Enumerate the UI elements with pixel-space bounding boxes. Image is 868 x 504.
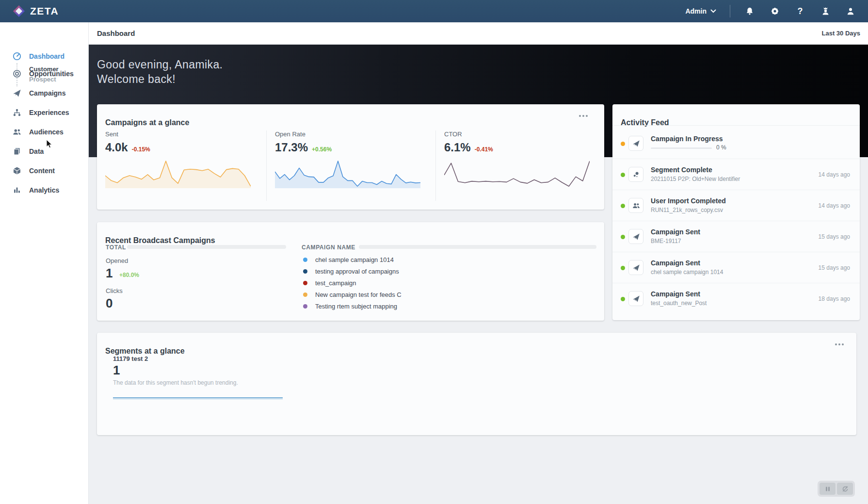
open-rate-sparkline-chart <box>275 159 420 188</box>
legend-dot <box>303 269 307 274</box>
profile-button[interactable] <box>845 5 856 17</box>
campaign-legend-item[interactable]: test_campaign <box>303 279 356 287</box>
activity-item[interactable]: Segment Complete 20211015 P2P: Old+New I… <box>612 159 860 190</box>
activity-item[interactable]: User Import Completed RUN11_21k_rows_cop… <box>612 190 860 221</box>
activity-item[interactable]: Campaign In Progress 0 % <box>612 128 860 159</box>
sidebar-item-data[interactable]: Data <box>0 145 89 158</box>
legend-dot <box>303 281 307 285</box>
sidebar-item-label: Audiences <box>29 128 64 136</box>
campaign-legend-item[interactable]: testing approval of campaigns <box>303 268 399 275</box>
target-icon <box>13 69 21 78</box>
sidebar: Dashboard Customer Prospect Opportunitie… <box>0 22 89 504</box>
activity-item[interactable]: Campaign Sent BME-19117 15 days ago <box>612 221 860 252</box>
legend-dot <box>303 293 307 297</box>
brand-name: ZETA <box>30 5 59 17</box>
sidebar-item-campaigns[interactable]: Campaigns <box>0 86 89 100</box>
status-dot <box>621 235 625 239</box>
segment-note: The data for this segment hasn't begun t… <box>113 379 238 386</box>
people-icon <box>13 128 21 136</box>
status-dot <box>621 266 625 270</box>
campaign-legend-item[interactable]: chel sample campaign 1014 <box>303 256 394 263</box>
card-title: Campaigns at a glance <box>105 118 189 127</box>
divider <box>612 125 860 126</box>
auto-refresh-off-button[interactable] <box>837 483 853 495</box>
admin-menu-label: Admin <box>685 7 707 15</box>
activity-item[interactable]: Campaign Sent chel sample campaign 1014 … <box>612 252 860 283</box>
stat-delta: -0.15% <box>132 146 150 153</box>
activity-title: Campaign Sent <box>651 228 700 236</box>
help-button[interactable]: ? <box>794 5 806 17</box>
documents-icon <box>13 147 21 156</box>
sidebar-item-experiences[interactable]: Experiences <box>0 106 89 119</box>
activity-item[interactable]: Campaign Sent test_oauth_new_Post 18 day… <box>612 283 860 314</box>
sidebar-item-analytics[interactable]: Analytics <box>0 183 89 197</box>
status-dot <box>621 204 625 208</box>
campaign-name: New campaign test for feeds C <box>315 291 402 298</box>
ctor-sparkline-chart <box>444 159 590 188</box>
people-icon <box>628 198 643 213</box>
top-navbar: ZETA Admin ? <box>0 0 868 22</box>
pause-button[interactable] <box>820 483 836 495</box>
sitemap-icon <box>13 108 21 117</box>
paper-plane-icon <box>628 136 643 151</box>
activity-title: Campaign Sent <box>651 290 700 298</box>
speedometer-icon <box>13 52 21 61</box>
notifications-button[interactable] <box>744 5 755 17</box>
activity-title: Campaign In Progress <box>651 135 723 143</box>
status-dot <box>621 173 625 177</box>
opened-label: Opened <box>106 257 128 264</box>
progress-label: 0 % <box>716 144 726 151</box>
admin-menu[interactable]: Admin <box>685 7 716 15</box>
activity-subtitle: RUN11_21k_rows_copy.csv <box>651 207 723 213</box>
greeting-text: Good evening, Anamika. Welcome back! <box>97 57 223 86</box>
total-column-header: TOTAL <box>106 244 126 251</box>
settings-button[interactable] <box>769 5 781 17</box>
card-title: Activity Feed <box>621 118 669 127</box>
help-icon: ? <box>798 6 803 16</box>
sidebar-item-label: Analytics <box>29 186 59 194</box>
clicks-label: Clicks <box>106 287 123 294</box>
card-menu-button[interactable] <box>833 341 846 347</box>
clicks-value: 0 <box>106 296 113 311</box>
sidebar-item-dashboard[interactable]: Dashboard <box>0 49 89 63</box>
sidebar-item-label: Experiences <box>29 109 69 116</box>
cube-icon <box>13 166 21 175</box>
activity-title: Segment Complete <box>651 166 712 174</box>
sidebar-item-audiences[interactable]: Audiences <box>0 125 89 139</box>
navbar-divider <box>730 5 730 17</box>
card-menu-button[interactable] <box>577 113 590 119</box>
activity-subtitle: test_oauth_new_Post <box>651 300 707 307</box>
bell-icon <box>745 7 754 16</box>
campaign-legend-item[interactable]: New campaign test for feeds C <box>303 291 402 298</box>
segments-at-a-glance-card: Segments at a glance 11179 test 2 1 The … <box>97 333 856 435</box>
stat-delta: -0.41% <box>475 146 493 153</box>
date-range-selector[interactable]: Last 30 Days <box>822 30 861 37</box>
sync-disabled-icon <box>842 486 849 492</box>
impersonate-user-button[interactable] <box>820 5 831 17</box>
header-bar <box>127 245 286 249</box>
page-header-bar: Dashboard Last 30 Days <box>89 22 868 45</box>
activity-subtitle: BME-19117 <box>651 238 681 244</box>
stat-value: 6.1% <box>444 141 471 154</box>
sidebar-item-opportunities[interactable]: Opportunities <box>0 67 89 81</box>
sidebar-item-content[interactable]: Content <box>0 164 89 178</box>
dashboard-refresh-controls <box>818 481 855 497</box>
campaigns-at-a-glance-card: Campaigns at a glance Sent 4.0k -0.15% O… <box>97 104 604 210</box>
activity-title: Campaign Sent <box>651 259 700 267</box>
activity-timestamp: 14 days ago <box>819 171 850 178</box>
segment-trend-chart <box>113 393 283 400</box>
activity-timestamp: 14 days ago <box>819 202 850 209</box>
legend-dot <box>303 304 307 309</box>
progress-bar <box>651 147 712 149</box>
gear-icon <box>771 7 779 16</box>
sidebar-item-label: Opportunities <box>29 70 74 78</box>
stat-delta: +0.56% <box>312 146 332 153</box>
stat-sent: Sent 4.0k -0.15% <box>97 130 258 201</box>
stat-label: Sent <box>105 130 258 138</box>
activity-title: User Import Completed <box>651 197 726 205</box>
dots-menu-icon <box>579 115 581 117</box>
zeta-logo-icon <box>13 5 25 17</box>
bar-chart-icon <box>13 186 21 195</box>
campaign-legend-item[interactable]: Testing rtem subject mapping <box>303 303 397 310</box>
opened-value: 1 <box>106 266 113 281</box>
